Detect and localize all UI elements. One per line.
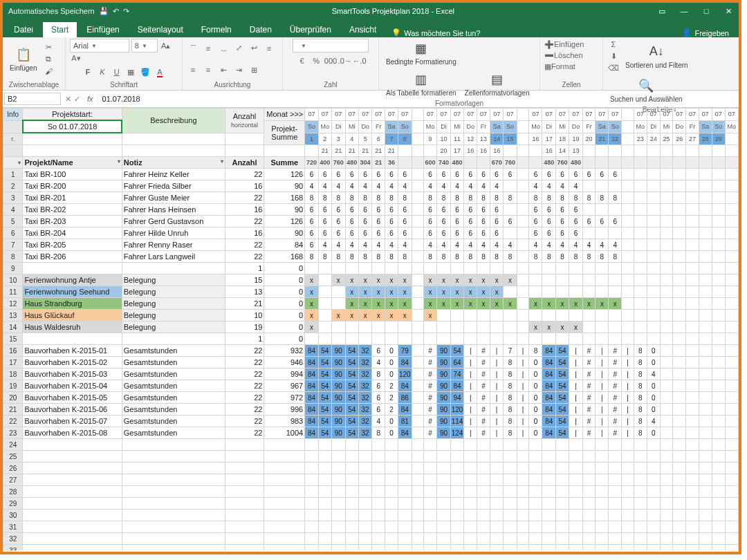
cell[interactable]: [609, 274, 622, 286]
formula-input[interactable]: 01.07.2018: [98, 93, 739, 104]
cell[interactable]: 4: [437, 180, 450, 192]
cell[interactable]: #: [582, 345, 596, 357]
cell[interactable]: [647, 333, 660, 345]
cell[interactable]: #: [609, 345, 622, 357]
cell[interactable]: [385, 498, 398, 510]
cell[interactable]: [358, 486, 371, 498]
cell[interactable]: [477, 510, 490, 521]
cell[interactable]: [385, 521, 398, 533]
cell[interactable]: 120: [398, 368, 412, 380]
cell[interactable]: 6: [345, 227, 358, 239]
cell[interactable]: |: [569, 404, 582, 416]
cell[interactable]: x: [437, 298, 450, 310]
cell[interactable]: [686, 486, 699, 498]
cell[interactable]: [686, 180, 699, 192]
cell[interactable]: 21: [372, 145, 385, 157]
cell[interactable]: [660, 368, 673, 380]
cell[interactable]: 480: [450, 157, 464, 169]
cell[interactable]: 8: [634, 380, 647, 392]
cell[interactable]: [569, 333, 582, 345]
cell[interactable]: [582, 474, 596, 486]
cell[interactable]: [609, 474, 622, 486]
cell[interactable]: [305, 498, 318, 510]
cell[interactable]: [622, 321, 634, 333]
cell[interactable]: |: [622, 392, 634, 404]
cell[interactable]: [725, 380, 738, 392]
indent-dec-icon[interactable]: ⇤: [217, 64, 230, 75]
cell[interactable]: #: [423, 345, 436, 357]
cell[interactable]: [517, 263, 529, 274]
cell[interactable]: 8: [398, 133, 412, 145]
cell[interactable]: [318, 521, 331, 533]
cell[interactable]: 6: [332, 169, 345, 180]
cell[interactable]: |: [464, 368, 477, 380]
cell[interactable]: [529, 263, 542, 274]
cell[interactable]: [699, 251, 712, 263]
cell[interactable]: 54: [555, 427, 569, 439]
cell[interactable]: #: [423, 404, 436, 416]
cell[interactable]: [712, 145, 725, 157]
cell[interactable]: 90: [437, 357, 450, 368]
cell[interactable]: 6: [555, 216, 569, 227]
cell[interactable]: [673, 368, 686, 380]
cell[interactable]: [634, 439, 647, 451]
cell[interactable]: [569, 463, 582, 474]
cell[interactable]: |: [517, 345, 529, 357]
cell[interactable]: [660, 286, 673, 298]
cell[interactable]: 6: [569, 204, 582, 216]
tab-daten[interactable]: Daten: [241, 22, 280, 37]
cell[interactable]: [634, 333, 647, 345]
cell[interactable]: [712, 169, 725, 180]
cell[interactable]: [490, 533, 503, 545]
cell[interactable]: [555, 310, 569, 321]
cell[interactable]: [529, 286, 542, 298]
cell[interactable]: 6: [437, 204, 450, 216]
cell[interactable]: 2: [385, 404, 398, 416]
cell[interactable]: [318, 463, 331, 474]
cell[interactable]: [517, 439, 529, 451]
cell[interactable]: #: [609, 404, 622, 416]
cell[interactable]: [398, 521, 412, 533]
cell[interactable]: [450, 263, 464, 274]
cell[interactable]: [609, 310, 622, 321]
cell[interactable]: 0: [647, 404, 660, 416]
cell[interactable]: [660, 169, 673, 180]
cell[interactable]: 6: [332, 227, 345, 239]
cell[interactable]: |: [517, 404, 529, 416]
cell[interactable]: [517, 192, 529, 204]
delete-cells-button[interactable]: ➖ Löschen: [544, 50, 583, 61]
cell[interactable]: |: [622, 427, 634, 439]
cell[interactable]: So: [305, 120, 318, 133]
cell[interactable]: [305, 333, 318, 345]
cell[interactable]: [385, 545, 398, 551]
cell[interactable]: [673, 227, 686, 239]
cell[interactable]: [725, 180, 738, 192]
cell[interactable]: [569, 263, 582, 274]
cell[interactable]: [647, 510, 660, 521]
cell[interactable]: 8: [332, 192, 345, 204]
cell[interactable]: [398, 263, 412, 274]
cell[interactable]: [529, 486, 542, 498]
cell[interactable]: 8: [305, 251, 318, 263]
cell[interactable]: [358, 439, 371, 451]
cell[interactable]: [490, 521, 503, 533]
cell[interactable]: [517, 451, 529, 463]
cell[interactable]: [464, 439, 477, 451]
cell[interactable]: x: [437, 274, 450, 286]
cell[interactable]: [529, 333, 542, 345]
cell[interactable]: 07: [345, 109, 358, 121]
cell[interactable]: [596, 533, 609, 545]
cell[interactable]: [660, 380, 673, 392]
cell[interactable]: [634, 474, 647, 486]
cell[interactable]: 90: [332, 345, 345, 357]
cell[interactable]: [596, 521, 609, 533]
cell[interactable]: 6: [464, 169, 477, 180]
cell[interactable]: 6: [345, 216, 358, 227]
cell[interactable]: 6: [450, 204, 464, 216]
cell[interactable]: [423, 474, 436, 486]
cell[interactable]: [660, 333, 673, 345]
cell[interactable]: [423, 439, 436, 451]
cell[interactable]: [412, 109, 423, 121]
cell[interactable]: #: [477, 357, 490, 368]
cell[interactable]: 6: [372, 227, 385, 239]
